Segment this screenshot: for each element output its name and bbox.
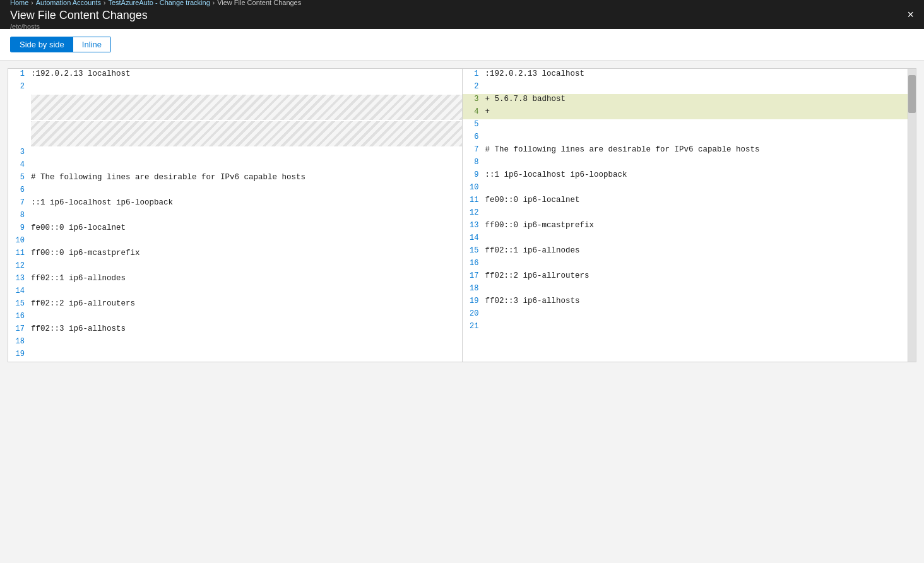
line-content: fe00::0 ip6-localnet: [485, 196, 585, 204]
table-row: 4+: [463, 107, 908, 119]
breadcrumb: Home › Automation Accounts › TestAzureAu…: [10, 0, 301, 6]
table-row: 18: [463, 283, 908, 296]
table-row: 4: [8, 160, 462, 172]
side-by-side-button[interactable]: Side by side: [11, 37, 73, 52]
table-row: 16: [8, 311, 462, 324]
line-number: 12: [8, 261, 31, 270]
table-row: 16: [463, 258, 908, 271]
line-number: 15: [8, 299, 31, 308]
table-row: 1:192.0.2.13 localhost: [463, 69, 908, 81]
table-row: 14: [463, 233, 908, 246]
table-row: 8: [463, 157, 908, 170]
table-row: [8, 94, 462, 121]
line-number: 3: [463, 95, 485, 104]
line-content: ff02::2 ip6-allrouters: [485, 271, 595, 280]
line-number: 10: [8, 236, 31, 245]
line-number: 6: [8, 186, 31, 194]
table-row: 17ff02::3 ip6-allhosts: [8, 324, 462, 336]
table-row: 8: [8, 210, 462, 223]
line-number: 14: [8, 287, 31, 295]
line-number: 8: [8, 211, 31, 220]
table-row: 15ff02::2 ip6-allrouters: [8, 299, 462, 311]
line-content: ff02::3 ip6-allhosts: [31, 324, 131, 333]
line-number: 2: [8, 82, 31, 91]
table-row: 13ff00::0 ip6-mcastprefix: [463, 220, 908, 233]
table-row: [8, 121, 462, 147]
line-number: 19: [463, 297, 485, 305]
table-row: 12: [8, 261, 462, 273]
table-row: 12: [463, 208, 908, 220]
table-row: 3: [8, 147, 462, 160]
line-number: 18: [463, 284, 485, 293]
line-number: 3: [8, 148, 31, 157]
inline-button[interactable]: Inline: [73, 37, 110, 52]
left-pane: 1:192.0.2.13 localhost2345# The followin…: [8, 69, 463, 362]
file-subtitle: /etc/hosts: [10, 23, 40, 30]
line-number: 5: [8, 173, 31, 182]
line-content: ff02::3 ip6-allhosts: [485, 297, 585, 305]
table-row: 19ff02::3 ip6-allhosts: [463, 296, 908, 309]
line-number: 5: [463, 120, 485, 129]
line-number: 6: [463, 133, 485, 141]
line-number: 7: [8, 198, 31, 207]
line-number: 15: [463, 246, 485, 255]
line-number: 11: [8, 249, 31, 258]
table-row: 17ff02::2 ip6-allrouters: [463, 271, 908, 283]
line-number: 4: [8, 160, 31, 169]
table-row: 1:192.0.2.13 localhost: [8, 69, 462, 81]
right-pane: 1:192.0.2.13 localhost23+ 5.6.7.8 badhos…: [463, 69, 909, 362]
line-number: 10: [463, 183, 485, 192]
line-number: 9: [8, 223, 31, 232]
line-content: ff02::1 ip6-allnodes: [31, 274, 131, 283]
line-content: # The following lines are desirable for …: [485, 145, 765, 154]
line-number: 8: [463, 158, 485, 167]
line-number: 17: [463, 271, 485, 280]
line-number: 12: [463, 208, 485, 217]
toolbar: Side by side Inline: [0, 29, 924, 61]
line-content: :192.0.2.13 localhost: [31, 69, 136, 78]
line-number: 20: [463, 309, 485, 318]
table-row: 10: [8, 235, 462, 248]
table-row: 6: [463, 132, 908, 145]
table-row: 7::1 ip6-localhost ip6-loopback: [8, 198, 462, 210]
line-number: 7: [463, 145, 485, 154]
table-row: 18: [8, 336, 462, 349]
table-row: 15ff02::1 ip6-allnodes: [463, 246, 908, 258]
line-number: 2: [463, 82, 485, 91]
deleted-placeholder: [31, 121, 462, 146]
line-content: ff00::0 ip6-mcastprefix: [31, 249, 145, 258]
close-button[interactable]: ×: [907, 9, 914, 20]
table-row: 19: [8, 349, 462, 362]
breadcrumb-sep-3: ›: [213, 0, 215, 6]
line-number: 16: [463, 259, 485, 268]
breadcrumb-test-azure[interactable]: TestAzureAuto - Change tracking: [108, 0, 210, 6]
line-number: 9: [463, 170, 485, 179]
line-content: +: [485, 107, 495, 116]
line-number: 13: [8, 274, 31, 283]
scrollbar-thumb: [908, 75, 916, 113]
breadcrumb-sep-2: ›: [104, 0, 105, 6]
line-number: 1: [463, 69, 485, 78]
table-row: 2: [463, 81, 908, 94]
table-row: 7# The following lines are desirable for…: [463, 145, 908, 157]
table-row: 3+ 5.6.7.8 badhost: [463, 94, 908, 107]
scrollbar[interactable]: [908, 69, 916, 362]
line-content: # The following lines are desirable for …: [31, 173, 311, 182]
table-row: 9fe00::0 ip6-localnet: [8, 223, 462, 235]
table-row: 11ff00::0 ip6-mcastprefix: [8, 248, 462, 261]
diff-container: 1:192.0.2.13 localhost2345# The followin…: [8, 68, 916, 362]
line-number: 11: [463, 196, 485, 204]
line-content: ::1 ip6-localhost ip6-loopback: [485, 170, 632, 179]
line-content: ff02::2 ip6-allrouters: [31, 299, 140, 308]
breadcrumb-automation-accounts[interactable]: Automation Accounts: [36, 0, 101, 6]
breadcrumb-sep-1: ›: [31, 0, 33, 6]
table-row: 5# The following lines are desirable for…: [8, 172, 462, 185]
line-content: fe00::0 ip6-localnet: [31, 223, 131, 232]
table-row: 13ff02::1 ip6-allnodes: [8, 273, 462, 286]
table-row: 21: [463, 321, 908, 334]
table-row: 20: [463, 309, 908, 321]
page-title: View File Content Changes: [10, 9, 148, 22]
breadcrumb-home[interactable]: Home: [10, 0, 28, 6]
top-bar: Home › Automation Accounts › TestAzureAu…: [0, 0, 924, 29]
line-number: 13: [463, 221, 485, 230]
